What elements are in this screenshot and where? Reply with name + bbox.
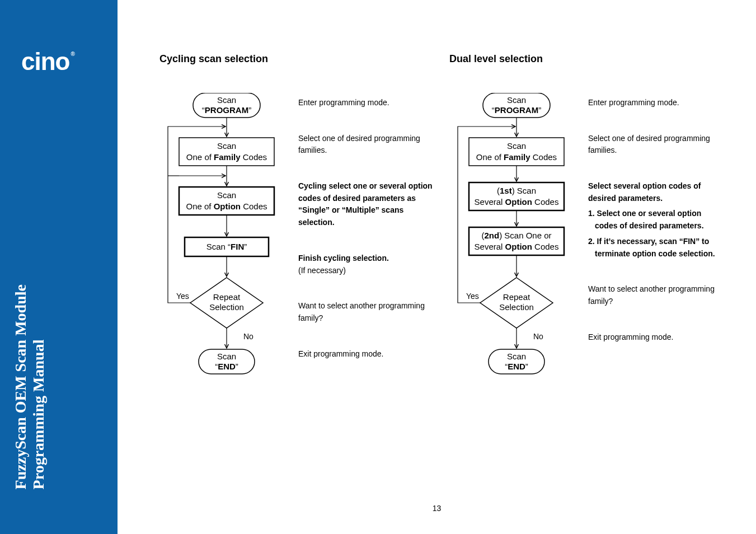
svg-text:Repeat: Repeat [213, 292, 241, 302]
flowchart-dual: Scan “PROGRAM” Scan One of Family Codes … [449, 93, 578, 418]
sidebar-title: FuzzyScan OEM Scan Module Programming Ma… [12, 284, 48, 489]
svg-text:Scan: Scan [217, 352, 236, 361]
page-content: Cycling scan selection Scan “PROGRAM” Sc… [118, 0, 756, 534]
note: Exit programming mode. [588, 331, 722, 344]
svg-text:Selection: Selection [499, 302, 534, 312]
svg-text:(2nd) Scan One or: (2nd) Scan One or [481, 231, 551, 240]
svg-text:Scan: Scan [217, 141, 236, 151]
svg-text:Several Option Codes: Several Option Codes [475, 197, 559, 207]
svg-text:No: No [243, 332, 253, 341]
svg-text:“END”: “END” [505, 362, 528, 371]
note: Want to select another programming famil… [588, 283, 722, 307]
flowchart-cycling: Scan “PROGRAM” Scan One of Family Codes … [159, 93, 288, 418]
note: Exit programming mode. [298, 348, 433, 360]
svg-text:“END”: “END” [215, 362, 238, 371]
note: Want to select another programming famil… [298, 300, 433, 324]
svg-text:Scan: Scan [217, 95, 236, 105]
left-column: Cycling scan selection Scan “PROGRAM” Sc… [159, 53, 433, 512]
svg-text:“PROGRAM”: “PROGRAM” [202, 105, 251, 115]
left-flow: Cycling scan selection Scan “PROGRAM” Sc… [159, 53, 288, 512]
note: Select several option codes of desired p… [588, 180, 722, 260]
svg-text:Several Option Codes: Several Option Codes [475, 242, 559, 251]
svg-text:No: No [533, 332, 543, 341]
svg-text:One of Family Codes: One of Family Codes [476, 152, 557, 162]
sidebar-title-line2: Programming Manual [30, 284, 48, 489]
svg-text:Scan “FIN”: Scan “FIN” [206, 242, 247, 251]
svg-text:“PROGRAM”: “PROGRAM” [492, 105, 541, 115]
left-notes: Enter programming mode. Select one of de… [298, 53, 433, 512]
note: Cycling select one or several option cod… [298, 180, 433, 229]
right-flow: Dual level selection Scan “PROGRAM” Scan… [449, 53, 578, 512]
right-column: Dual level selection Scan “PROGRAM” Scan… [449, 53, 722, 512]
svg-text:Scan: Scan [507, 141, 526, 151]
svg-text:(1st) Scan: (1st) Scan [497, 186, 536, 195]
svg-text:Yes: Yes [466, 292, 479, 301]
page-number: 13 [118, 504, 756, 513]
note: Select one of desired programming famili… [588, 133, 722, 157]
sidebar: cino® FuzzyScan OEM Scan Module Programm… [0, 0, 118, 534]
svg-text:Yes: Yes [176, 292, 189, 301]
svg-text:Scan: Scan [217, 190, 236, 200]
left-title: Cycling scan selection [159, 53, 288, 65]
registered-icon: ® [71, 51, 74, 57]
svg-text:Repeat: Repeat [503, 292, 530, 302]
note: Enter programming mode. [298, 97, 433, 109]
svg-text:Scan: Scan [507, 95, 526, 105]
brand-logo: cino® [21, 48, 73, 76]
right-title: Dual level selection [449, 53, 578, 65]
svg-text:Selection: Selection [209, 302, 244, 312]
svg-text:One of Family Codes: One of Family Codes [186, 152, 267, 162]
svg-text:Scan: Scan [507, 352, 526, 361]
note: Select one of desired programming famili… [298, 133, 433, 157]
note: Finish cycling selection.(If necessary) [298, 252, 433, 277]
sidebar-title-line1: FuzzyScan OEM Scan Module [12, 284, 30, 489]
svg-text:One of Option Codes: One of Option Codes [186, 202, 267, 211]
note: Enter programming mode. [588, 97, 722, 109]
right-notes: Enter programming mode. Select one of de… [588, 53, 722, 512]
